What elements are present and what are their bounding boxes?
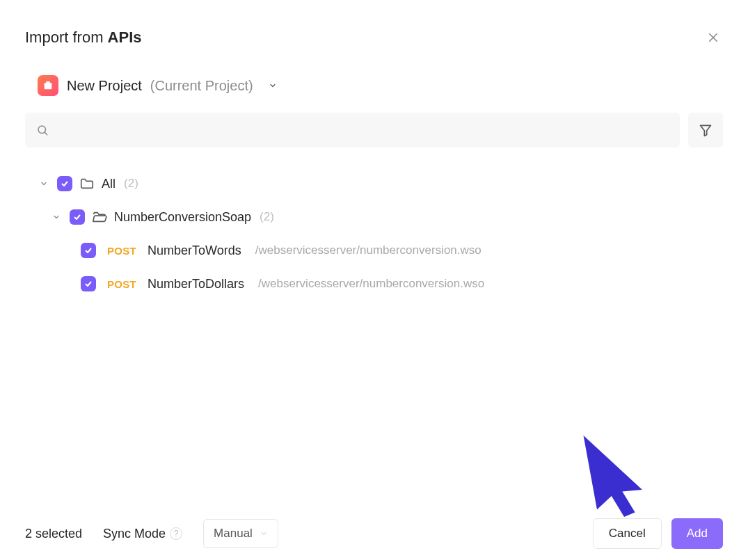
title-bold: APIs: [108, 29, 142, 46]
tree-row-endpoint[interactable]: POST NumberToWords /webservicesserver/nu…: [25, 234, 723, 267]
filter-button[interactable]: [688, 113, 723, 147]
close-icon: [707, 31, 719, 44]
filter-icon: [699, 123, 713, 137]
close-button[interactable]: [703, 28, 723, 47]
chevron-down-icon: [269, 81, 277, 90]
selected-count: 2 selected: [25, 527, 82, 541]
checkbox-endpoint[interactable]: [81, 243, 96, 258]
http-method-badge: POST: [107, 245, 136, 257]
folder-icon: [79, 176, 95, 191]
chevron-down-icon: [260, 529, 268, 538]
sync-mode-select[interactable]: Manual: [203, 519, 278, 548]
endpoint-name: NumberToDollars: [148, 277, 244, 291]
folder-open-icon: [92, 209, 107, 225]
folder-label-group: NumberConversionSoap: [114, 210, 251, 225]
title-prefix: Import from: [25, 29, 108, 46]
http-method-badge: POST: [107, 278, 136, 290]
api-tree: All (2) NumberConversionSoap (2) POST Nu…: [0, 147, 748, 301]
search-input[interactable]: [56, 125, 669, 136]
count-all: (2): [124, 177, 138, 191]
chevron-down-icon[interactable]: [38, 177, 50, 190]
checkbox-group[interactable]: [70, 209, 85, 225]
project-selector[interactable]: New Project(Current Project): [0, 47, 748, 96]
checkbox-endpoint[interactable]: [81, 276, 96, 291]
endpoint-path: /webservicesserver/numberconversion.wso: [258, 277, 484, 291]
dialog-title: Import from APIs: [25, 29, 142, 47]
annotation-arrow-icon: [570, 426, 660, 520]
svg-line-5: [45, 132, 47, 134]
project-suffix: (Current Project): [150, 78, 253, 94]
count-group: (2): [260, 210, 274, 224]
checkbox-all[interactable]: [57, 176, 72, 191]
tree-row-all[interactable]: All (2): [25, 167, 723, 200]
help-icon[interactable]: ?: [170, 527, 182, 540]
project-name: New Project: [67, 78, 142, 94]
project-icon: [38, 75, 58, 96]
search-icon: [36, 124, 49, 136]
endpoint-name: NumberToWords: [148, 243, 241, 258]
chevron-down-icon[interactable]: [50, 211, 63, 223]
sync-mode-value: Manual: [214, 527, 253, 541]
svg-marker-7: [584, 435, 643, 517]
tree-row-endpoint[interactable]: POST NumberToDollars /webservicesserver/…: [25, 267, 723, 301]
sync-mode-label: Sync Mode ?: [103, 527, 182, 541]
add-button[interactable]: Add: [671, 518, 723, 549]
cancel-button[interactable]: Cancel: [593, 518, 662, 549]
search-input-wrapper[interactable]: [25, 113, 680, 147]
svg-rect-3: [46, 81, 49, 83]
svg-rect-2: [45, 83, 52, 89]
endpoint-path: /webservicesserver/numberconversion.wso: [255, 243, 482, 257]
svg-marker-6: [701, 125, 711, 136]
folder-label-all: All: [102, 177, 116, 191]
tree-row-group[interactable]: NumberConversionSoap (2): [25, 200, 723, 234]
